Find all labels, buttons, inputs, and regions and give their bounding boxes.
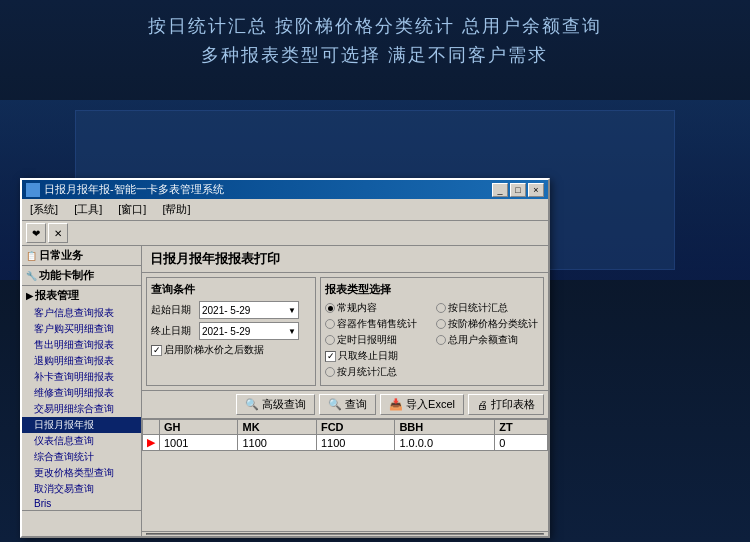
content-area: 📋 日常业务 🔧 功能卡制作 ▶ 报表管理 客户信息查询报表	[22, 246, 548, 536]
search-icon: 🔍	[245, 398, 259, 411]
sidebar-item-recard-detail[interactable]: 补卡查询明细报表	[22, 369, 141, 385]
query-button[interactable]: 🔍 查询	[319, 394, 376, 415]
query-row-end: 终止日期 2021- 5-29 ▼	[151, 322, 311, 340]
status-panel	[146, 533, 544, 535]
sidebar-header-reports[interactable]: ▶ 报表管理	[22, 286, 141, 305]
query-section-title: 查询条件	[151, 282, 311, 297]
row-indicator: ▶	[143, 435, 160, 451]
right-panel: 日报月报年报报表打印 查询条件 起始日期 2021- 5-29 ▼	[142, 246, 548, 536]
checkbox-only-end-date[interactable]: ✓ 只取终止日期	[325, 349, 428, 363]
sidebar-icon-card: 🔧	[26, 271, 37, 281]
main-window: 日报月报年报-智能一卡多表管理系统 _ □ × [系统] [工具] [窗口] […	[20, 178, 550, 538]
sidebar-header-card[interactable]: 🔧 功能卡制作	[22, 266, 141, 285]
sidebar-section-daily: 📋 日常业务	[22, 246, 141, 266]
sidebar-item-daily-report[interactable]: 日报月报年报	[22, 417, 141, 433]
radio-daily-icon	[436, 303, 446, 313]
sidebar-header-daily[interactable]: 📋 日常业务	[22, 246, 141, 265]
sidebar-item-return-detail[interactable]: 退购明细查询报表	[22, 353, 141, 369]
radio-normal-content[interactable]: 常规内容	[325, 301, 428, 315]
advanced-query-button[interactable]: 🔍 高级查询	[236, 394, 315, 415]
tiered-water-label: 启用阶梯水价之后数据	[164, 343, 264, 357]
sidebar-label-daily: 日常业务	[39, 248, 83, 263]
promo-text: 按日统计汇总 按阶梯价格分类统计 总用户余额查询 多种报表类型可选择 满足不同客…	[108, 12, 642, 70]
start-date-label: 起始日期	[151, 303, 195, 317]
query-row-start: 起始日期 2021- 5-29 ▼	[151, 301, 311, 319]
menu-window[interactable]: [窗口]	[114, 201, 150, 218]
col-fcd: FCD	[316, 420, 394, 435]
query-conditions-box: 查询条件 起始日期 2021- 5-29 ▼ 终止日期 2021- 5-29	[146, 277, 316, 386]
toolbar-heart-icon[interactable]: ❤	[26, 223, 46, 243]
menu-tools[interactable]: [工具]	[70, 201, 106, 218]
radio-monthly-icon	[325, 367, 335, 377]
radio-container-sales[interactable]: 容器作售销售统计	[325, 317, 428, 331]
radio-timed-daily[interactable]: 定时日报明细	[325, 333, 428, 347]
minimize-button[interactable]: _	[492, 183, 508, 197]
window-app-icon	[26, 183, 40, 197]
end-date-value: 2021- 5-29	[202, 326, 250, 337]
report-type-left: 常规内容 容器作售销售统计 定时日报明细	[325, 301, 428, 381]
buttons-row: 🔍 高级查询 🔍 查询 📥 导入Excel 🖨 打印表格	[142, 390, 548, 418]
radio-tiered-icon	[436, 319, 446, 329]
sidebar: 📋 日常业务 🔧 功能卡制作 ▶ 报表管理 客户信息查询报表	[22, 246, 142, 536]
sidebar-item-bris[interactable]: Bris	[22, 497, 141, 510]
cell-gh: 1001	[160, 435, 238, 451]
cell-zt: 0	[495, 435, 548, 451]
start-date-value: 2021- 5-29	[202, 305, 250, 316]
promo-line1: 按日统计汇总 按阶梯价格分类统计 总用户余额查询	[148, 12, 602, 41]
maximize-button[interactable]: □	[510, 183, 526, 197]
data-table-area: GH MK FCD BBH ZT ▶ 1001 1100	[142, 418, 548, 531]
col-mk: MK	[238, 420, 316, 435]
sidebar-icon-reports: ▶	[26, 291, 33, 301]
radio-normal-icon	[325, 303, 335, 313]
col-bbh: BBH	[395, 420, 495, 435]
sidebar-icon-daily: 📋	[26, 251, 37, 261]
sidebar-section-reports: ▶ 报表管理 客户信息查询报表 客户购买明细查询 售出明细查询报表 退购明细查询…	[22, 286, 141, 511]
sidebar-label-card: 功能卡制作	[39, 268, 94, 283]
print-icon: 🖨	[477, 399, 488, 411]
radio-total-balance[interactable]: 总用户余额查询	[436, 333, 539, 347]
only-end-date-label: 只取终止日期	[338, 349, 398, 363]
sidebar-item-transaction-query[interactable]: 交易明细综合查询	[22, 401, 141, 417]
sidebar-item-price-change[interactable]: 更改价格类型查询	[22, 465, 141, 481]
window-title: 日报月报年报-智能一卡多表管理系统	[44, 182, 224, 197]
cell-mk: 1100	[238, 435, 316, 451]
menu-help[interactable]: [帮助]	[158, 201, 194, 218]
radio-daily-stat[interactable]: 按日统计汇总	[436, 301, 539, 315]
sidebar-section-card: 🔧 功能卡制作	[22, 266, 141, 286]
toolbar-close-icon[interactable]: ✕	[48, 223, 68, 243]
tiered-water-checkbox[interactable]: ✓	[151, 345, 162, 356]
window-controls[interactable]: _ □ ×	[492, 183, 544, 197]
radio-monthly-stat[interactable]: 按月统计汇总	[325, 365, 428, 379]
titlebar-left: 日报月报年报-智能一卡多表管理系统	[26, 182, 224, 197]
print-table-button[interactable]: 🖨 打印表格	[468, 394, 544, 415]
radio-total-icon	[436, 335, 446, 345]
report-type-right: 按日统计汇总 按阶梯价格分类统计 总用户余额查询	[436, 301, 539, 381]
menu-system[interactable]: [系统]	[26, 201, 62, 218]
col-zt: ZT	[495, 420, 548, 435]
sidebar-item-meter-query[interactable]: 仪表信息查询	[22, 433, 141, 449]
sidebar-item-customer-query[interactable]: 客户信息查询报表	[22, 305, 141, 321]
panel-title: 日报月报年报报表打印	[142, 246, 548, 273]
radio-tiered-stat[interactable]: 按阶梯价格分类统计	[436, 317, 539, 331]
sidebar-item-comprehensive[interactable]: 综合查询统计	[22, 449, 141, 465]
end-date-dropdown[interactable]: 2021- 5-29 ▼	[199, 322, 299, 340]
end-date-arrow-icon: ▼	[288, 327, 296, 336]
start-date-dropdown[interactable]: 2021- 5-29 ▼	[199, 301, 299, 319]
close-button[interactable]: ×	[528, 183, 544, 197]
query-search-icon: 🔍	[328, 398, 342, 411]
only-end-date-checkbox[interactable]: ✓	[325, 351, 336, 362]
sidebar-label-reports: 报表管理	[35, 288, 79, 303]
sidebar-item-purchase-detail[interactable]: 客户购买明细查询	[22, 321, 141, 337]
report-type-box: 报表类型选择 常规内容 容器作售销售统计	[320, 277, 544, 386]
sidebar-item-cancel-transaction[interactable]: 取消交易查询	[22, 481, 141, 497]
sidebar-item-repair-detail[interactable]: 维修查询明细报表	[22, 385, 141, 401]
checkbox-row-tiered[interactable]: ✓ 启用阶梯水价之后数据	[151, 343, 311, 357]
background-section: 按日统计汇总 按阶梯价格分类统计 总用户余额查询 多种报表类型可选择 满足不同客…	[0, 0, 750, 542]
table-row: ▶ 1001 1100 1100 1.0.0.0 0	[143, 435, 548, 451]
promo-line2: 多种报表类型可选择 满足不同客户需求	[148, 41, 602, 70]
data-table: GH MK FCD BBH ZT ▶ 1001 1100	[142, 419, 548, 451]
col-gh: GH	[160, 420, 238, 435]
export-icon: 📥	[389, 398, 403, 411]
export-excel-button[interactable]: 📥 导入Excel	[380, 394, 464, 415]
sidebar-item-sold-detail[interactable]: 售出明细查询报表	[22, 337, 141, 353]
